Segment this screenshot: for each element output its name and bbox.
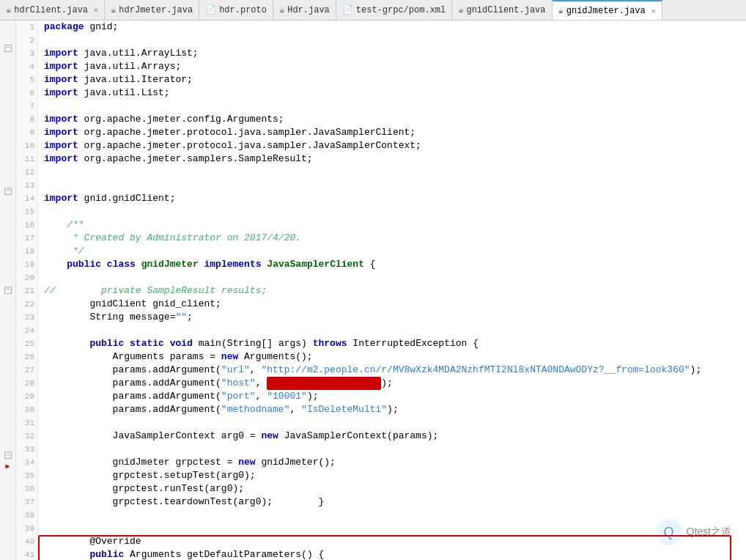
line-num-40: 40: [16, 535, 37, 548]
line-num-7: 7: [16, 100, 37, 113]
line-num-13: 13: [16, 179, 37, 192]
code-line-35: grpctest.setupTest(arg0);: [44, 469, 746, 482]
code-gutter: − − −: [0, 21, 16, 560]
tab-icon: ☕: [6, 4, 11, 15]
code-line-26: Arguments params = new Arguments();: [44, 350, 746, 364]
code-line-2: [44, 34, 746, 47]
gutter-17: [0, 196, 16, 207]
line-num-35: 35: [16, 469, 37, 482]
code-line-37: grpctest.teardownTest(arg0); }: [44, 495, 746, 509]
line-num-25: 25: [16, 337, 37, 350]
code-line-15: [44, 205, 746, 218]
line-num-6: 6: [16, 86, 37, 100]
code-line-20: [44, 271, 746, 284]
line-num-34: 34: [16, 456, 37, 469]
gutter-28: [0, 317, 16, 328]
code-line-13: [44, 179, 746, 192]
gutter-48: [0, 538, 16, 549]
tab-hdrJmeter[interactable]: ☕ hdrJmeter.java: [105, 0, 199, 21]
line-num-2: 2: [16, 34, 37, 47]
tab-close-gnidJmeter[interactable]: ✕: [651, 7, 656, 15]
gutter-29: [0, 328, 16, 339]
code-line-39: [44, 522, 746, 535]
line-num-3: 3: [16, 47, 37, 60]
gutter-22: [0, 251, 16, 262]
tab-hdrJava[interactable]: ☕ Hdr.java: [273, 0, 336, 21]
code-line-7: [44, 100, 746, 113]
line-num-32: 32: [16, 430, 37, 443]
fold-icon-3[interactable]: −: [4, 45, 12, 52]
code-line-31: [44, 416, 746, 430]
gutter-13: [0, 152, 16, 163]
code-line-30: params.addArgument("methodname", "IsDele…: [44, 403, 746, 416]
gutter-19: [0, 218, 16, 229]
tab-icon: ☕: [279, 4, 284, 15]
gutter-39: [0, 439, 16, 450]
tab-gnidJmeter[interactable]: ☕ gnidJmeter.java ✕: [553, 0, 662, 21]
gutter-1: [0, 21, 16, 32]
gutter-18: [0, 207, 16, 218]
line-num-15: 15: [16, 205, 37, 218]
line-num-38: 38: [16, 509, 37, 522]
gutter-34: [0, 384, 16, 395]
tab-hdrProto[interactable]: 📄 hdr.proto: [199, 0, 273, 21]
code-line-36: grpctest.runTest(arg0);: [44, 482, 746, 495]
gutter-37: [0, 417, 16, 428]
code-line-34: gnidJmeter grpctest = new gnidJmeter();: [44, 456, 746, 469]
gutter-27: [0, 306, 16, 317]
line-num-14: 14: [16, 192, 37, 205]
code-line-41: public Arguments getDefaultParameters() …: [44, 548, 746, 560]
code-line-11: import org.apache.jmeter.samplers.Sample…: [44, 152, 746, 166]
gutter-20: [0, 229, 16, 240]
line-num-20: 20: [16, 271, 37, 284]
tab-close-hdrClient[interactable]: ✕: [94, 6, 98, 15]
tab-gnidClient[interactable]: ☕ gnidClient.java: [452, 0, 552, 21]
fold-icon-40[interactable]: −: [4, 452, 12, 459]
gutter-16[interactable]: −: [0, 185, 16, 196]
gutter-14: [0, 163, 16, 174]
tab-label: gnidClient.java: [466, 5, 545, 15]
line-num-19: 19: [16, 258, 37, 271]
gutter-40[interactable]: −: [0, 450, 16, 461]
gutter-49: [0, 549, 16, 560]
code-line-28: params.addArgument("host", );: [44, 377, 746, 390]
gutter-15: [0, 174, 16, 185]
tab-label: hdr.proto: [219, 5, 267, 15]
gutter-36: [0, 406, 16, 417]
line-num-11: 11: [16, 152, 37, 166]
code-line-14: import gnid.gnidClient;: [44, 192, 746, 205]
code-editor[interactable]: package gnid; import java.util.ArrayList…: [38, 21, 746, 560]
line-num-41: 41: [16, 548, 37, 560]
tab-label: hdrJmeter.java: [119, 5, 193, 15]
gutter-45: [0, 505, 16, 516]
code-line-5: import java.util.Iterator;: [44, 73, 746, 86]
code-line-22: gnidClient gnid_client;: [44, 298, 746, 311]
gutter-3[interactable]: −: [0, 43, 16, 54]
line-num-9: 9: [16, 126, 37, 139]
code-line-3: import java.util.ArrayList;: [44, 47, 746, 60]
code-line-4: import java.util.Arrays;: [44, 60, 746, 73]
gutter-6: [0, 75, 16, 86]
code-line-25: public static void main(String[] args) t…: [44, 337, 746, 350]
line-num-30: 30: [16, 403, 37, 416]
line-num-4: 4: [16, 60, 37, 73]
line-num-27: 27: [16, 364, 37, 377]
line-num-28: 28: [16, 377, 37, 390]
gutter-24: [0, 273, 16, 284]
code-line-6: import java.util.List;: [44, 86, 746, 100]
tab-hdrClient[interactable]: ☕ hdrClient.java ✕: [0, 0, 105, 21]
fold-icon-16[interactable]: −: [4, 188, 12, 195]
gutter-25[interactable]: −: [0, 284, 16, 295]
line-num-29: 29: [16, 390, 37, 403]
gutter-42: [0, 472, 16, 483]
tab-label: gnidJmeter.java: [566, 6, 646, 16]
tab-testGrpc[interactable]: 📄 test-grpc/pom.xml: [336, 0, 452, 21]
line-num-31: 31: [16, 416, 37, 430]
line-num-5: 5: [16, 73, 37, 86]
code-line-1: package gnid;: [44, 21, 746, 34]
gutter-2: [0, 32, 16, 43]
line-num-17: 17: [16, 232, 37, 245]
tab-bar: ☕ hdrClient.java ✕ ☕ hdrJmeter.java 📄 hd…: [0, 0, 746, 21]
gutter-31: [0, 350, 16, 361]
fold-icon-25[interactable]: −: [4, 287, 12, 294]
